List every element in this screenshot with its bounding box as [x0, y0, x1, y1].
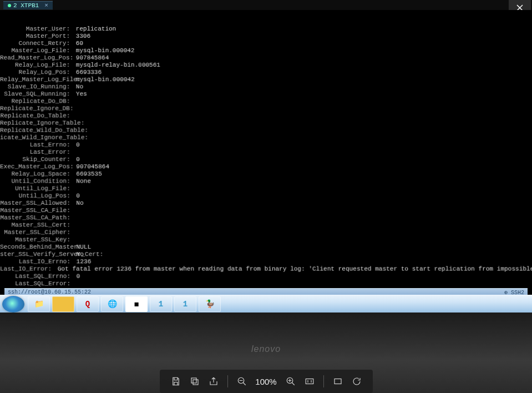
zoom-out-button[interactable]	[236, 375, 248, 387]
status-value	[72, 120, 76, 127]
fit-icon	[333, 376, 343, 386]
copy-icon	[190, 376, 200, 386]
status-label: Master_User:	[0, 26, 72, 33]
status-label: Slave_IO_Running:	[0, 83, 72, 90]
status-row: Slave_SQL_Running: Yes	[0, 90, 532, 98]
status-value: No	[73, 251, 84, 258]
status-value: 907045864	[73, 163, 109, 170]
status-row: Last_IO_Error: Got fatal error 1236 from…	[0, 265, 532, 273]
status-value: 6693535	[73, 170, 102, 178]
share-button[interactable]	[207, 375, 220, 387]
status-value: None	[73, 178, 91, 185]
status-label: Master_SSL_CA_Path:	[0, 214, 73, 221]
status-row: Last_Errno: 0	[0, 142, 532, 149]
status-value	[72, 112, 76, 119]
status-row: Relay_Log_Space: 6693535	[0, 170, 532, 178]
copy-button[interactable]	[189, 375, 201, 387]
app-icon-q[interactable]: Q	[77, 296, 99, 312]
status-row: Master_SSL_Cipher:	[0, 229, 532, 236]
status-row: Until_Log_File:	[0, 185, 532, 193]
fit-button[interactable]	[332, 375, 344, 387]
tab-label: 2 XTPB1	[13, 2, 39, 9]
app-icon-2[interactable]: ◼	[125, 296, 148, 312]
status-row: Replicate_Do_DB:	[0, 98, 532, 105]
status-row: Master_SSL_Allowed: No	[0, 200, 532, 207]
laptop-logo: lenovo	[251, 344, 281, 354]
status-value: mysql-bin.000042	[72, 76, 135, 83]
status-row: icate_Wild_Ignore_Table:	[0, 134, 532, 142]
rotate-button[interactable]	[351, 375, 363, 387]
globe-icon[interactable]: 🌐	[101, 296, 123, 312]
status-row: Exec_Master_Log_Pos: 907045864	[0, 163, 532, 170]
tab-close-icon[interactable]: ×	[44, 2, 48, 9]
zoom-in-icon	[286, 376, 296, 386]
image-viewer-toolbar: 100%	[160, 370, 373, 393]
status-label: Until_Log_File:	[0, 185, 73, 193]
status-row: Master_Log_File: mysql-bin.000042	[0, 47, 532, 54]
status-label: Until_Log_Pos:	[0, 193, 73, 200]
status-row: Replicate_Ignore_Table:	[0, 120, 532, 127]
app-icon-1[interactable]	[52, 296, 74, 312]
status-row: Read_Master_Log_Pos: 907845864	[0, 54, 532, 62]
status-label: Replicate_Do_Table:	[0, 112, 72, 119]
status-value: 60	[72, 40, 83, 47]
status-value: No	[72, 83, 83, 90]
status-label: Last_SQL_Error:	[0, 280, 73, 288]
status-label: Replicate_Do_DB:	[0, 98, 72, 105]
status-value: replication	[72, 26, 116, 33]
app-icon-3[interactable]: 1	[150, 296, 172, 312]
status-row: Slave_IO_Running: No	[0, 83, 532, 90]
svg-rect-5	[335, 379, 341, 384]
photo-frame: 2 XTPB1 × Master_User: replicationMaster…	[0, 0, 532, 393]
status-label: Relay_Log_File:	[0, 62, 72, 69]
status-label: icate_Wild_Ignore_Table:	[0, 134, 73, 142]
svg-rect-1	[193, 380, 198, 385]
status-value: 907845864	[72, 54, 109, 62]
zoom-in-button[interactable]	[285, 375, 297, 387]
status-label: ster_SSL_Verify_Server_Cert:	[0, 251, 73, 258]
status-label: Last_IO_Errno:	[0, 258, 73, 265]
start-button[interactable]	[2, 296, 24, 313]
status-label: Exec_Master_Log_Pos:	[0, 163, 73, 170]
svg-rect-4	[306, 379, 313, 384]
save-button[interactable]	[170, 375, 182, 387]
status-value: 0	[73, 273, 80, 280]
status-value	[72, 127, 76, 134]
status-row: Last_SQL_Errno: 0	[0, 273, 532, 280]
status-value: mysqld-relay-bin.000561	[72, 62, 160, 69]
status-label: Master_SSL_CA_File:	[0, 207, 73, 214]
app-icon-4[interactable]: 1	[174, 296, 196, 312]
status-row: Until_Log_Pos: 0	[0, 193, 532, 200]
app-icon-5[interactable]: 🦆	[199, 296, 221, 312]
status-row: Relay_Log_File: mysqld-relay-bin.000561	[0, 62, 532, 69]
rotate-icon	[352, 376, 362, 386]
actual-size-button[interactable]	[303, 375, 316, 387]
status-value	[73, 236, 77, 244]
status-label: Replicate_Ignore_DB:	[0, 105, 72, 112]
status-label: Last_IO_Error:	[0, 265, 54, 273]
explorer-icon[interactable]: 📁	[28, 296, 50, 312]
status-label: Replicate_Wild_Do_Table:	[0, 127, 73, 134]
one-to-one-icon	[305, 376, 315, 386]
status-value	[73, 207, 77, 214]
status-value: Yes	[72, 90, 87, 98]
status-label: Skip_Counter:	[0, 156, 73, 163]
windows-taskbar: 📁 Q 🌐 ◼ 1 1 🦆	[0, 295, 532, 313]
status-row: Master_SSL_CA_File:	[0, 207, 532, 214]
separator	[227, 375, 228, 387]
status-value: No	[73, 200, 84, 207]
status-value: 0	[73, 156, 80, 163]
status-row: Relay_Master_Log_File: mysql-bin.000042	[0, 76, 532, 83]
status-row: Master_Port: 3306	[0, 33, 532, 40]
status-label: Master_SSL_Allowed:	[0, 200, 73, 207]
status-value	[73, 214, 77, 221]
status-row: Skip_Counter: 0	[0, 156, 532, 163]
status-label: Until_Condition:	[0, 178, 73, 185]
status-row: Connect_Retry: 60	[0, 40, 532, 47]
terminal-tab[interactable]: 2 XTPB1 ×	[3, 1, 53, 9]
share-icon	[209, 376, 219, 386]
status-value: 1236	[73, 258, 91, 265]
status-row: Last_SQL_Error:	[0, 280, 532, 288]
status-row: Master_SSL_Cert:	[0, 221, 532, 229]
status-value	[73, 149, 77, 156]
